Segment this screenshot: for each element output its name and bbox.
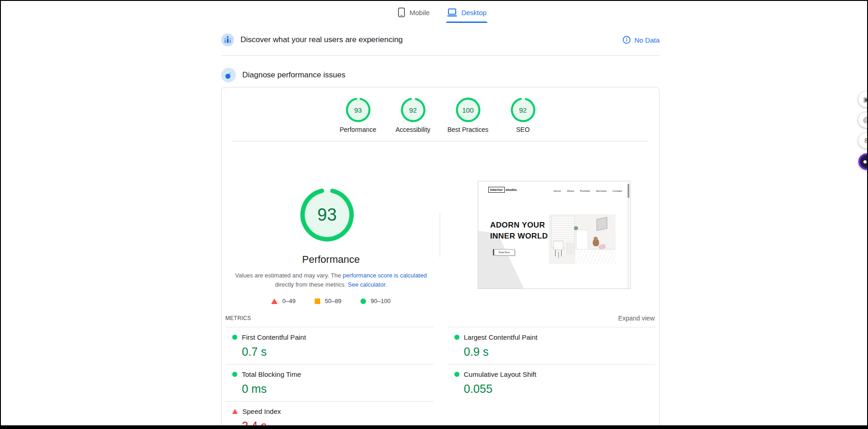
score-accessibility[interactable]: 92 Accessibility: [386, 97, 441, 141]
hero-heading-line2: INNER WORLD: [490, 231, 548, 242]
metric-value: 0.055: [464, 382, 656, 396]
score-value: 93: [345, 97, 371, 123]
lab-data-row: Diagnose performance issues: [221, 65, 660, 85]
pass-dot-icon: [232, 372, 237, 377]
nav-item: Contact: [612, 190, 622, 192]
section-divider: [221, 55, 660, 56]
score-ring: 92: [400, 97, 426, 123]
score-label: SEO: [516, 126, 530, 133]
window-frame: Mobile Desktop Discover what your real u…: [0, 0, 868, 429]
score-performance[interactable]: 93 Performance: [331, 97, 386, 141]
gauge-value: 93: [300, 188, 354, 242]
thumbnail-site-logo: Interiorstudio.: [488, 188, 518, 192]
tab-mobile-label: Mobile: [409, 9, 430, 16]
score-seo[interactable]: 92 SEO: [496, 97, 551, 141]
hero-heading-line1: ADORN YOUR: [490, 220, 548, 231]
logo-text: studio.: [506, 188, 518, 192]
thumbnail-hero-photo: [549, 214, 616, 264]
metric-name: Largest Contentful Paint: [464, 333, 538, 341]
score-value: 92: [400, 97, 426, 123]
strategy-tabs: Mobile Desktop: [397, 4, 487, 23]
nav-item: Home: [554, 190, 561, 192]
metric-name: First Contentful Paint: [242, 333, 306, 341]
metrics-header: METRICS Expand view: [225, 313, 655, 324]
disclaimer-text: Values are estimated and may vary. The: [235, 272, 343, 279]
score-value: 92: [510, 97, 536, 123]
metric-largest-contentful-paint: Largest Contentful Paint 0.9 s: [448, 327, 656, 364]
score-value: 100: [455, 97, 481, 123]
metric-total-blocking-time: Total Blocking Time 0 ms: [225, 364, 434, 401]
score-ring: 92: [510, 97, 536, 123]
red-triangle-icon: [271, 299, 278, 304]
nav-item: Services: [596, 190, 606, 192]
metrics-caption: METRICS: [225, 315, 251, 321]
disclaimer-text: directly from these metrics.: [275, 281, 348, 288]
thumbnail-read-more-button: Read More: [493, 249, 515, 255]
metric-cumulative-layout-shift: Cumulative Layout Shift 0.055: [448, 364, 656, 401]
legend-pass: 90–100: [360, 298, 390, 304]
metric-value: 0.7 s: [242, 345, 434, 358]
lab-data-title: Diagnose performance issues: [242, 71, 345, 80]
lighthouse-report-card: 93 Performance 92 Accessibility 100 Best…: [221, 87, 660, 425]
legend-range: 90–100: [371, 298, 390, 304]
gauge-title: Performance: [222, 254, 440, 266]
scores-divider: [233, 141, 648, 141]
score-label: Accessibility: [395, 126, 430, 133]
calculator-link[interactable]: See calculator.: [348, 281, 387, 288]
tab-desktop-label: Desktop: [461, 9, 486, 16]
performance-gauge: 93: [300, 188, 354, 242]
expand-view-button[interactable]: Expand view: [618, 315, 655, 322]
edge-widget-stack: ▣ @ 8: [858, 92, 867, 170]
legend-range: 0–49: [282, 298, 295, 304]
pagespeed-report-page: Mobile Desktop Discover what your real u…: [1, 1, 867, 425]
tab-desktop[interactable]: Desktop: [446, 4, 487, 23]
score-disclaimer: Values are estimated and may vary. The p…: [235, 271, 427, 289]
metric-empty-cell: [448, 401, 656, 425]
real-users-icon: [221, 33, 234, 46]
tab-mobile[interactable]: Mobile: [397, 4, 431, 23]
speedometer-icon: [221, 68, 236, 82]
mention-widget-icon[interactable]: @: [858, 112, 867, 128]
fail-triangle-icon: [232, 409, 238, 414]
profile-widget-icon[interactable]: 8: [858, 133, 867, 148]
orange-square-icon: [315, 299, 320, 304]
metric-value: 0 ms: [242, 382, 434, 396]
info-icon: [622, 36, 631, 44]
no-data-label: No Data: [634, 36, 660, 44]
metric-name: Cumulative Layout Shift: [464, 370, 536, 378]
mobile-phone-icon: [398, 7, 405, 17]
legend-fail: 0–49: [271, 298, 295, 304]
field-data-title: Discover what your real users are experi…: [240, 35, 403, 44]
thumbnail-scrollbar[interactable]: [628, 182, 629, 288]
panel-widget-icon[interactable]: ▣: [858, 92, 867, 107]
metric-name: Total Blocking Time: [242, 370, 301, 378]
metric-name: Speed Index: [242, 407, 281, 415]
logo-boxed-text: Interior: [488, 187, 505, 193]
metric-value: 0.9 s: [464, 345, 656, 358]
score-label: Performance: [339, 126, 376, 133]
score-ring: 100: [455, 97, 481, 123]
page-screenshot-thumbnail[interactable]: Interiorstudio. Home About Portfolio Ser…: [478, 181, 631, 289]
nav-item: About: [567, 190, 574, 192]
pass-dot-icon: [454, 335, 459, 340]
metric-speed-index: Speed Index 2.4 s: [225, 401, 434, 425]
legend-average: 50–89: [315, 298, 341, 304]
nav-item: Portfolio: [580, 190, 590, 192]
column-divider: [440, 213, 440, 257]
thumbnail-site-nav: Home About Portfolio Services Contact: [554, 190, 622, 192]
extension-logo-icon[interactable]: [858, 153, 867, 170]
score-label: Best Practices: [448, 126, 488, 133]
no-data-link[interactable]: No Data: [622, 36, 660, 44]
score-ring: 93: [345, 97, 371, 123]
score-best-practices[interactable]: 100 Best Practices: [441, 97, 496, 141]
desktop-computer-icon: [447, 8, 457, 17]
legend-range: 50–89: [325, 298, 341, 304]
score-legend: 0–49 50–89 90–100: [222, 298, 440, 304]
thumbnail-hero-heading: ADORN YOUR INNER WORLD: [490, 220, 548, 242]
metrics-grid: First Contentful Paint 0.7 s Largest Con…: [225, 327, 655, 425]
calculation-link[interactable]: performance score is calculated: [343, 272, 427, 279]
metric-first-contentful-paint: First Contentful Paint 0.7 s: [225, 327, 434, 364]
green-circle-icon: [360, 299, 366, 304]
metric-value: 2.4 s: [242, 419, 434, 425]
category-scores: 93 Performance 92 Accessibility 100 Best…: [222, 87, 659, 141]
